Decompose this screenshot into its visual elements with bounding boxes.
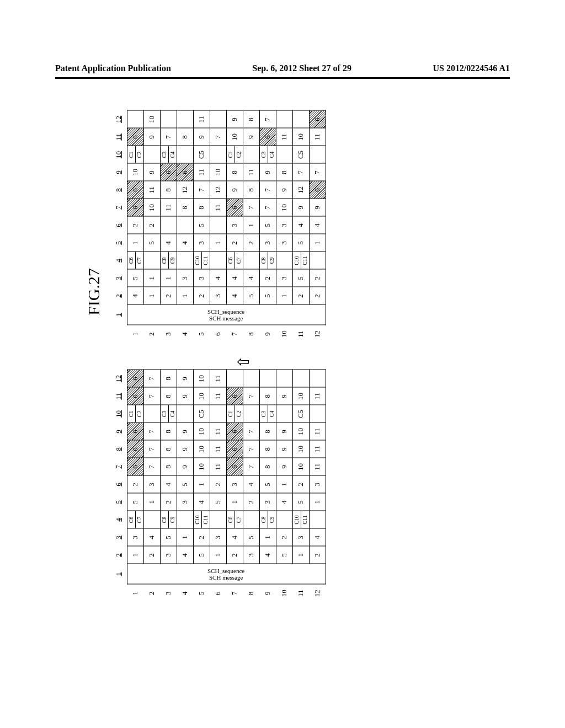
cell xyxy=(143,511,160,529)
cell: 4 xyxy=(276,494,292,511)
cell: 10 xyxy=(127,164,143,181)
cell xyxy=(309,146,326,164)
cell: 6 xyxy=(127,441,143,458)
row-header: 7 xyxy=(226,325,243,343)
cell: 7 xyxy=(243,458,259,476)
header-rule xyxy=(55,77,510,79)
cell: 1 xyxy=(143,270,160,287)
split-cell: C1C2 xyxy=(226,405,243,423)
cell: 5 xyxy=(276,547,292,564)
cell xyxy=(276,370,292,388)
cell xyxy=(177,511,193,529)
cell: 11 xyxy=(309,441,326,458)
cell xyxy=(160,217,177,234)
cell: 5 xyxy=(127,270,143,287)
cell: 11 xyxy=(276,129,292,146)
row-header: 11 xyxy=(292,325,309,343)
cell: 6 xyxy=(127,423,143,441)
cell: C5 xyxy=(193,405,210,423)
col-header: 6 xyxy=(110,476,127,494)
split-cell: C3C4 xyxy=(259,146,276,164)
cell: 5 xyxy=(143,234,160,252)
cell xyxy=(259,370,276,388)
cell: 7 xyxy=(259,111,276,129)
cell: 1 xyxy=(127,234,143,252)
cell: 1 xyxy=(292,547,309,564)
cell: 9 xyxy=(276,388,292,405)
cell: 9 xyxy=(243,129,259,146)
row-header: 5 xyxy=(193,585,210,602)
cell: 12 xyxy=(177,181,193,199)
cell: 9 xyxy=(276,458,292,476)
cell: 5 xyxy=(259,287,276,305)
row-header: 7 xyxy=(226,585,243,602)
cell xyxy=(292,370,309,388)
cell: 1 xyxy=(143,494,160,511)
row-header: 5 xyxy=(193,325,210,343)
split-cell: C8C9 xyxy=(160,252,177,270)
row-header: 6 xyxy=(210,325,226,343)
cell xyxy=(177,111,193,129)
cell: 7 xyxy=(143,370,160,388)
cell: 8 xyxy=(160,370,177,388)
cell: 6 xyxy=(160,164,177,181)
cell: C5 xyxy=(292,405,309,423)
cell: 8 xyxy=(243,181,259,199)
cell: 2 xyxy=(243,234,259,252)
col-header: 12 xyxy=(110,111,127,129)
cell: 5 xyxy=(160,529,177,547)
cell xyxy=(177,252,193,270)
col-header: 8 xyxy=(110,181,127,199)
split-cell: C3C4 xyxy=(259,405,276,423)
cell: 5 xyxy=(193,547,210,564)
cell xyxy=(292,111,309,129)
cell: 3 xyxy=(177,494,193,511)
cell: 7 xyxy=(143,458,160,476)
cell: 4 xyxy=(259,547,276,564)
arrow-icon: ⇧ xyxy=(234,356,253,368)
cell xyxy=(210,111,226,129)
col-header: 2 xyxy=(110,547,127,564)
cell xyxy=(276,146,292,164)
cell: 4 xyxy=(143,529,160,547)
cell: 6 xyxy=(226,388,243,405)
cell: 2 xyxy=(193,529,210,547)
cell: 10 xyxy=(143,111,160,129)
cell: 3 xyxy=(259,234,276,252)
col-header: 3 xyxy=(110,529,127,547)
cell xyxy=(210,252,226,270)
cell: 11 xyxy=(309,458,326,476)
row-header: 6 xyxy=(210,585,226,602)
col-header: 8 xyxy=(110,441,127,458)
split-cell: C10C11 xyxy=(292,511,309,529)
cell: 11 xyxy=(193,111,210,129)
cell: 1 xyxy=(276,476,292,494)
row-header: 4 xyxy=(177,325,193,343)
cell: 4 xyxy=(210,270,226,287)
cell: 1 xyxy=(143,287,160,305)
cell: 11 xyxy=(309,388,326,405)
cell: 1 xyxy=(210,234,226,252)
col-header: 11 xyxy=(110,388,127,405)
cell: 2 xyxy=(143,547,160,564)
split-cell: C8C9 xyxy=(259,252,276,270)
cell: 8 xyxy=(160,181,177,199)
cell: 9 xyxy=(177,388,193,405)
cell: 7 xyxy=(143,441,160,458)
cell: 10 xyxy=(292,458,309,476)
col-header: 4 xyxy=(110,511,127,529)
cell: 2 xyxy=(226,547,243,564)
cell xyxy=(243,370,259,388)
cell: 1 xyxy=(193,476,210,494)
cell: 6 xyxy=(226,441,243,458)
cell xyxy=(143,146,160,164)
col-header: 7 xyxy=(110,199,127,217)
cell: 6 xyxy=(127,388,143,405)
split-cell: C3C4 xyxy=(160,146,177,164)
cell: 9 xyxy=(276,181,292,199)
cell: 6 xyxy=(127,370,143,388)
row-header: 12 xyxy=(309,585,326,602)
cell: 1 xyxy=(226,494,243,511)
cell: 3 xyxy=(276,217,292,234)
cell: 11 xyxy=(210,441,226,458)
